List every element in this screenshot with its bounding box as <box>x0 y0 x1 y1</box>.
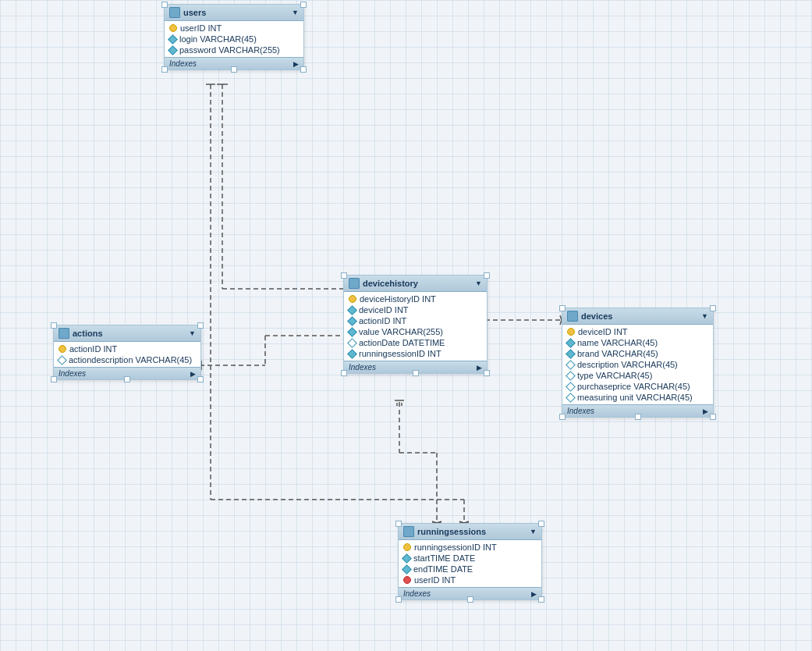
runningsessions-table: runningsessions ▼ runningsessionID INT s… <box>398 523 542 600</box>
field-label: runningsessionID INT <box>359 349 441 358</box>
footer-arrow: ▶ <box>190 370 196 378</box>
resize-handle-tr[interactable] <box>484 272 490 279</box>
pk-icon <box>169 24 177 32</box>
resize-handle-bm[interactable] <box>467 596 473 603</box>
resize-handle-bm[interactable] <box>231 66 237 73</box>
fk-icon <box>566 338 576 348</box>
table-row: endTIME DATE <box>399 564 541 575</box>
resize-handle-br[interactable] <box>710 414 716 420</box>
field-label: startTIME DATE <box>413 553 475 563</box>
resize-handle-bm[interactable] <box>413 370 419 376</box>
footer-label: Indexes <box>349 363 376 372</box>
table-row: value VARCHAR(255) <box>344 326 487 337</box>
footer-label: Indexes <box>169 59 197 68</box>
fk-icon <box>347 316 357 326</box>
fk-icon <box>347 349 357 359</box>
fk-icon <box>168 45 178 55</box>
resize-handle-bl[interactable] <box>559 414 566 420</box>
fk-icon <box>347 327 357 337</box>
table-icon <box>59 328 69 339</box>
resize-handle-tl[interactable] <box>559 305 566 311</box>
devicehistory-table-body: deviceHistoryID INT deviceID INT actionI… <box>344 292 487 361</box>
devicehistory-table-header[interactable]: devicehistory ▼ <box>344 276 487 292</box>
table-row: password VARCHAR(255) <box>165 44 303 55</box>
devices-dropdown-arrow[interactable]: ▼ <box>701 312 708 320</box>
resize-handle-br[interactable] <box>300 66 307 73</box>
table-icon <box>403 526 414 537</box>
resize-handle-br[interactable] <box>484 370 490 376</box>
resize-handle-tl[interactable] <box>51 322 57 329</box>
footer-label: Indexes <box>403 589 431 598</box>
table-row: type VARCHAR(45) <box>562 370 713 381</box>
users-table-name: users <box>183 8 206 17</box>
fk-icon <box>168 34 178 44</box>
resize-handle-br[interactable] <box>538 596 544 603</box>
users-dropdown-arrow[interactable]: ▼ <box>292 9 299 16</box>
table-row: brand VARCHAR(45) <box>562 348 713 359</box>
field-label: password VARCHAR(255) <box>179 45 280 55</box>
table-row: deviceID INT <box>344 304 487 315</box>
pk-icon <box>403 543 411 551</box>
resize-handle-bm[interactable] <box>124 376 130 382</box>
devicehistory-table: devicehistory ▼ deviceHistoryID INT devi… <box>343 275 488 374</box>
actions-table: actions ▼ actionID INT actiondescription… <box>53 325 201 380</box>
field-label: userID INT <box>180 23 222 33</box>
table-row: actionID INT <box>54 343 200 354</box>
fk-icon <box>347 305 357 315</box>
pk-icon <box>59 345 66 353</box>
fk-empty-icon <box>566 393 576 403</box>
field-label: deviceID INT <box>578 327 628 336</box>
resize-handle-tl[interactable] <box>161 2 168 8</box>
resize-handle-bl[interactable] <box>341 370 347 376</box>
devices-table-header[interactable]: devices ▼ <box>562 308 713 325</box>
fk-empty-icon <box>566 371 576 381</box>
users-table-header[interactable]: users ▼ <box>165 5 303 21</box>
footer-label: Indexes <box>567 407 594 415</box>
footer-label: Indexes <box>59 369 86 378</box>
field-label: actionID INT <box>69 344 117 354</box>
runningsessions-table-header[interactable]: runningsessions ▼ <box>399 524 541 540</box>
resize-handle-tl[interactable] <box>395 521 402 527</box>
footer-arrow: ▶ <box>293 60 299 68</box>
table-icon <box>567 311 578 322</box>
actions-table-header[interactable]: actions ▼ <box>54 326 200 342</box>
resize-handle-tr[interactable] <box>710 305 716 311</box>
fk-empty-icon <box>57 355 67 365</box>
runningsessions-dropdown-arrow[interactable]: ▼ <box>530 528 537 535</box>
resize-handle-bl[interactable] <box>51 376 57 382</box>
field-label: name VARCHAR(45) <box>577 338 658 347</box>
actions-table-name: actions <box>73 329 103 338</box>
table-icon <box>349 278 360 289</box>
resize-handle-br[interactable] <box>197 376 204 382</box>
fk-icon <box>402 564 412 575</box>
actions-table-body: actionID INT actiondescription VARCHAR(4… <box>54 342 200 367</box>
resize-handle-tr[interactable] <box>300 2 307 8</box>
resize-handle-tr[interactable] <box>197 322 204 329</box>
field-label: actiondescription VARCHAR(45) <box>69 355 192 365</box>
table-row: actiondescription VARCHAR(45) <box>54 354 200 365</box>
field-label: userID INT <box>414 575 456 585</box>
devicehistory-dropdown-arrow[interactable]: ▼ <box>475 279 482 287</box>
field-label: actionDate DATETIME <box>359 338 445 347</box>
devices-table-name: devices <box>581 311 612 321</box>
table-row: actionDate DATETIME <box>344 337 487 348</box>
resize-handle-bl[interactable] <box>161 66 168 73</box>
resize-handle-tr[interactable] <box>538 521 544 527</box>
table-row: measuring unit VARCHAR(45) <box>562 392 713 403</box>
table-row: userID INT <box>165 23 303 34</box>
actions-dropdown-arrow[interactable]: ▼ <box>189 329 196 337</box>
table-row: startTIME DATE <box>399 553 541 564</box>
resize-handle-bm[interactable] <box>635 414 641 420</box>
field-label: endTIME DATE <box>413 564 473 574</box>
resize-handle-bl[interactable] <box>395 596 402 603</box>
pk-fk-icon <box>403 576 411 584</box>
fk-empty-icon <box>347 338 357 348</box>
table-row: login VARCHAR(45) <box>165 34 303 44</box>
footer-arrow: ▶ <box>477 364 482 372</box>
table-row: actionID INT <box>344 315 487 326</box>
runningsessions-table-name: runningsessions <box>417 527 486 536</box>
pk-icon <box>349 295 356 303</box>
table-row: runningsessionID INT <box>344 348 487 359</box>
table-row: deviceHistoryID INT <box>344 293 487 304</box>
resize-handle-tl[interactable] <box>341 272 347 279</box>
